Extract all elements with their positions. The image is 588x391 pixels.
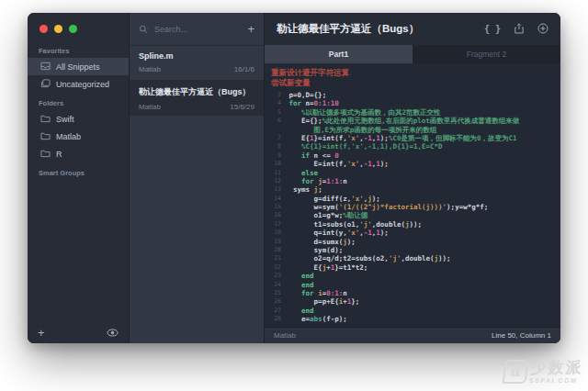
code-line: 10 E=int(f,'x',-1,1); [269,160,560,168]
zoom-button[interactable] [69,25,77,33]
code-line: 11 else [269,169,560,177]
line-number: 28 [269,315,285,323]
line-number: 9 [269,151,285,160]
code-line: 7 E{1}=int(f,'x',-1,1);%C0是第一项，但脚标不能为0，故… [269,134,560,142]
code-line: 9 if n <= 0 [269,151,560,160]
line-number: 21 [269,254,285,263]
code-line: 26 p=p+E{i+1}; [269,297,560,306]
code-text: %C{1}=int(f,'x',-1,1),D{1}=1,E=C*D [285,142,443,151]
line-number: 23 [269,272,285,280]
search-icon [139,21,150,38]
code-line: 4 for n=0:1:10 [269,99,560,107]
code-text: E={};%此处使用元胞数组,在后面的plot函数里再代换成普通数组来做 [285,117,519,125]
sidebar-section-label: Favorites [28,40,129,58]
code-text: end [285,281,314,289]
code-line: 23 end [269,272,560,280]
snippet-meta: Matlab15/6/29 [139,103,254,111]
status-language: Matlab [274,331,296,340]
line-number: 8 [269,142,285,151]
search-bar[interactable]: Search... + [130,13,264,46]
snippet-date: 16/1/6 [234,65,254,73]
stack-icon [40,79,51,90]
code-line: 8 %C{1}=int(f,'x',-1,1),D{1}=1,E=C*D [269,142,560,151]
line-number: 6 [269,117,285,125]
code-text: o2=q/d;t2=subs(o2,'j',double(j)); [285,254,451,263]
snippet-language: Matlab [139,103,161,111]
line-number: 27 [269,307,285,315]
sidebar-item-all-snippets[interactable]: All Snippets [28,58,129,75]
snippet-row[interactable]: Spline.mMatlab16/1/6 [130,46,264,81]
line-number: 17 [269,220,285,229]
code-lines: 3 p=0,D={};4 for n=0:1:105 %以勒让德多项式为基函数，… [269,91,560,324]
circle-plus-icon[interactable] [537,21,548,38]
sidebar-item-label: Uncategorized [56,80,109,89]
watermark: π 少数派 SSPAI.COM [503,360,584,384]
inbox-icon [40,61,51,73]
sidebar-item-label: All Snippets [56,62,100,72]
line-number: 5 [269,108,285,117]
line-number: 7 [269,134,285,142]
folder-icon [40,131,51,142]
snippet-language: Matlab [139,65,161,73]
code-text: d=sumx(j); [285,238,356,246]
minimize-button[interactable] [54,25,62,33]
code-line: 24 end [269,281,560,289]
code-text: else [285,169,318,177]
code-line: 13 syms j; [269,185,560,194]
search-input[interactable]: Search... [154,25,243,34]
code-text: t1=subs(o1,'j',double(j)); [285,220,422,229]
code-line: 17 t1=subs(o1,'j',double(j)); [269,220,560,229]
status-bar: Matlab Line 50, Column 1 [265,327,560,343]
code-line: 28 e=abs(f-p); [269,315,560,323]
line-number: 14 [269,195,285,203]
eye-icon[interactable] [107,324,119,341]
new-snippet-button[interactable]: + [247,23,254,35]
line-number: 15 [269,203,285,211]
window-controls [28,13,129,40]
code-text: g=diff(z,'x',j); [285,195,380,203]
sidebar-item-r[interactable]: R [28,145,129,162]
code-text: end [285,272,314,280]
code-text: E=int(f,'x',-1,1); [285,160,389,168]
code-text: p=p+E{i+1}; [285,297,359,306]
code-text: w=sym('(1/((2^j)*factorial(j)))');y=w*g*… [285,203,488,211]
braces-icon[interactable]: { } [484,24,501,34]
line-number: 11 [269,169,285,177]
code-line: 3 p=0,D={}; [269,91,560,99]
code-line: 15 w=sym('(1/((2^j)*factorial(j)))');y=w… [269,203,560,211]
tab-fragment-2[interactable]: Fragment 2 [413,45,560,63]
watermark-domain: SSPAI.COM [529,377,582,384]
code-line: 20 sym(d); [269,246,560,254]
line-number: 18 [269,229,285,237]
sidebar-item-matlab[interactable]: Matlab [28,128,129,145]
snippet-title: 勒让德最佳平方逼近（Bugs） [139,86,254,98]
snippet-list-pane: Search... + Spline.mMatlab16/1/6勒让德最佳平方逼… [129,13,265,343]
sidebar-section-label: Folders [28,93,129,110]
sidebar-item-label: Matlab [56,132,81,141]
code-editor[interactable]: 重新设计避开字符运算 尝试新变量 3 p=0,D={};4 for n=0:1:… [265,63,560,327]
line-number: 26 [269,297,285,306]
snippet-list: Spline.mMatlab16/1/6勒让德最佳平方逼近（Bugs）Matla… [130,46,264,116]
folder-icon [40,149,51,160]
add-folder-button[interactable]: + [38,327,45,339]
sidebar-item-uncategorized[interactable]: Uncategorized [28,75,129,93]
share-icon[interactable] [514,21,524,38]
line-number [269,126,285,134]
code-text: q=int(y,'x',-1,1); [285,229,389,237]
sidebar-item-swift[interactable]: Swift [28,110,129,128]
close-button[interactable] [40,25,48,33]
line-number: 25 [269,289,285,297]
note-line: 尝试新变量 [269,78,560,88]
tab-part1[interactable]: Part1 [265,45,413,63]
sidebar-item-label: R [56,150,62,159]
code-text: p=0,D={}; [285,91,326,99]
line-number: 4 [269,99,285,107]
editor-pane: 勒让德最佳平方逼近（Bugs） { } [265,13,560,343]
code-text: end [285,307,314,315]
line-number: 12 [269,177,285,185]
code-line: 图,E为所求p函数的每一项拆开来的数组 [269,126,560,134]
snippet-row[interactable]: 勒让德最佳平方逼近（Bugs）Matlab15/6/29 [130,81,264,116]
code-text: e=abs(f-p); [285,315,347,323]
code-line: 16 o1=g*w;%勒让德 [269,211,560,219]
sidebar: FavoritesAll SnippetsUncategorizedFolder… [28,13,129,343]
